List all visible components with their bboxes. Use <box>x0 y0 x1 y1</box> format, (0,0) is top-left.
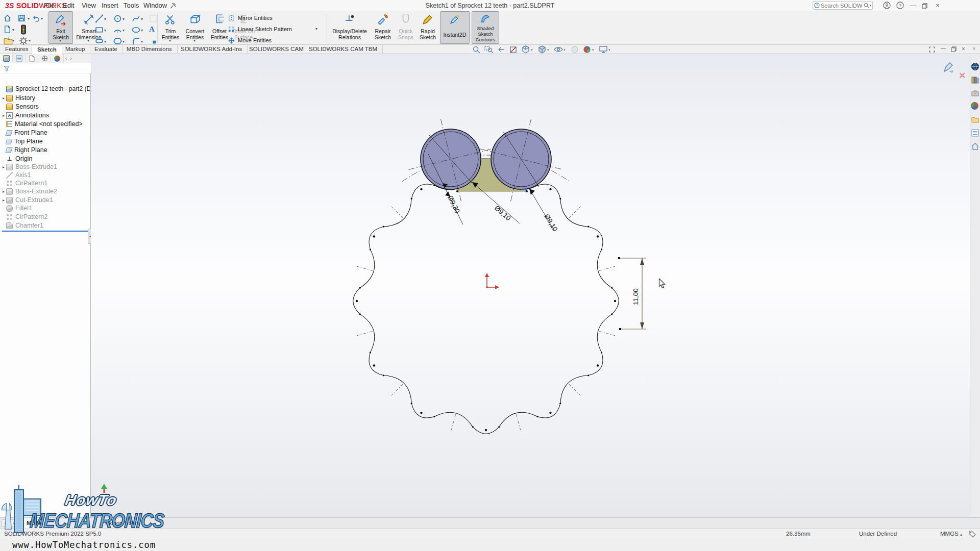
tree-item-origin[interactable]: ⊥Origin <box>1 155 90 163</box>
graphics-area[interactable]: Ø9,30 Ø9,10 Ø9,10 11,00 ✕ <box>91 54 970 517</box>
search-icon[interactable] <box>864 3 869 8</box>
tree-item-axis1[interactable]: Axis1 <box>1 171 90 179</box>
doc-restore-icon[interactable] <box>951 46 957 52</box>
toolbox-icon[interactable] <box>971 89 979 97</box>
tab-solidworks-addins[interactable]: SOLIDWORKS Add-Ins <box>176 45 248 54</box>
mirror-entities-button[interactable]: Mirror Entities <box>228 13 273 23</box>
tab-mbd-dimensions[interactable]: MBD Dimensions <box>121 45 178 54</box>
instant2d-button[interactable]: Instant2D <box>440 11 470 44</box>
save-dropdown-icon[interactable]: ▾ <box>28 16 30 21</box>
save-button[interactable] <box>17 14 26 22</box>
home-button[interactable] <box>3 14 12 22</box>
filter-funnel-icon[interactable] <box>3 65 10 72</box>
fullscreen-icon[interactable] <box>929 46 935 53</box>
restore-button[interactable] <box>922 3 927 9</box>
section-view-icon[interactable] <box>509 45 519 55</box>
search-input[interactable] <box>820 2 864 9</box>
tree-item-right-plane[interactable]: Right Plane <box>1 146 90 154</box>
dimension-label[interactable]: Ø9,30 <box>446 194 461 215</box>
ellipse-tool-icon[interactable] <box>132 26 140 34</box>
appearances-icon[interactable] <box>971 102 979 111</box>
rectangle-dropdown-icon[interactable]: ▾ <box>104 28 106 33</box>
tree-item-chamfer1[interactable]: Chamfer1 <box>1 221 90 230</box>
expand-arrow-icon[interactable]: ▸ <box>1 198 6 203</box>
model-tab[interactable]: Model <box>21 518 49 529</box>
tree-item-fillet1[interactable]: Fillet1 <box>1 204 90 212</box>
new-document-button[interactable] <box>3 25 12 34</box>
smart-dimension-dropdown-icon[interactable]: ▾ <box>87 38 89 43</box>
polygon-dropdown-icon[interactable]: ▾ <box>122 39 125 44</box>
apply-scene-icon[interactable] <box>582 45 593 55</box>
tab-solidworks-cam[interactable]: SOLIDWORKS CAM <box>244 45 309 54</box>
circle-dropdown-icon[interactable]: ▾ <box>122 17 125 21</box>
tree-item-boss-extrude1[interactable]: ▸Boss-Extrude1 <box>1 163 90 171</box>
convert-dropdown-icon[interactable]: ▾ <box>193 38 195 43</box>
units-dropdown-icon[interactable]: ▴ <box>960 532 962 537</box>
move-entities-button[interactable]: Move Entities <box>228 35 272 45</box>
linear-pattern-dropdown-icon[interactable]: ▾ <box>315 27 317 31</box>
tree-item-annotations[interactable]: ▸AAnnotations <box>1 111 90 119</box>
expand-arrow-icon[interactable]: ▸ <box>1 165 6 169</box>
display-style-icon[interactable] <box>537 45 548 55</box>
zoom-to-fit-icon[interactable] <box>472 45 482 55</box>
sketch-fillet-tool-icon[interactable] <box>132 37 140 45</box>
slot-dropdown-icon[interactable]: ▾ <box>104 39 106 44</box>
linear-sketch-pattern-button[interactable]: Linear Sketch Pattern <box>228 24 292 34</box>
tree-item-top-plane[interactable]: Top Plane <box>1 137 90 145</box>
expand-arrow-icon[interactable]: ▸ <box>1 189 6 194</box>
expand-arrow-icon[interactable]: ▸ <box>1 96 6 101</box>
selected-sketch-point[interactable] <box>524 188 527 190</box>
previous-view-icon[interactable] <box>497 45 507 55</box>
open-dropdown-icon[interactable]: ▾ <box>12 38 14 43</box>
arc-tool-icon[interactable] <box>113 26 122 34</box>
help-search-box[interactable]: ? ▾ <box>813 1 873 10</box>
tree-item-front-plane[interactable]: Front Plane <box>1 129 90 137</box>
file-explorer-icon[interactable] <box>971 115 979 124</box>
help-icon[interactable]: ? <box>896 2 904 9</box>
design-library-icon[interactable] <box>971 76 979 84</box>
polygon-tool-icon[interactable] <box>113 37 122 45</box>
tag-icon[interactable] <box>969 531 976 538</box>
ellipse-dropdown-icon[interactable]: ▾ <box>141 28 143 33</box>
options-dropdown-icon[interactable]: ▾ <box>29 38 31 43</box>
tree-item-cirpattern2[interactable]: CirPattern2 <box>1 213 90 221</box>
tab-markup[interactable]: Markup <box>60 45 90 54</box>
confirmation-corner-cancel-icon[interactable]: ✕ <box>959 70 966 81</box>
slot-tool-icon[interactable] <box>95 37 104 45</box>
tab-features[interactable]: Features <box>0 45 34 54</box>
expand-arrow-icon[interactable]: ▸ <box>1 113 6 118</box>
panel-tab-next-icon[interactable]: › <box>68 56 73 61</box>
confirmation-corner-exit-icon[interactable] <box>942 61 954 73</box>
tab-evaluate[interactable]: Evaluate <box>89 45 123 54</box>
tree-item-boss-extrude2[interactable]: ▸Boss-Extrude2 <box>1 187 90 195</box>
motion-study-tab[interactable]: Motion Study 1 <box>100 518 150 529</box>
scene-dropdown-icon[interactable]: ▾ <box>592 48 594 52</box>
tab-scroll-left-icon[interactable]: ◂ <box>2 519 9 527</box>
trim-dropdown-icon[interactable]: ▾ <box>169 38 171 43</box>
tree-item-history[interactable]: ▸History <box>1 94 90 102</box>
3dexperience-icon[interactable] <box>971 62 979 71</box>
text-tool-icon[interactable]: A <box>149 25 155 34</box>
spline-dropdown-icon[interactable]: ▾ <box>141 17 143 21</box>
view-orientation-dropdown-icon[interactable]: ▾ <box>531 48 533 52</box>
line-tool-icon[interactable] <box>95 14 104 23</box>
propertymanager-tab[interactable] <box>13 54 26 63</box>
options-gear-icon[interactable] <box>18 36 29 46</box>
circle-tool-icon[interactable] <box>113 14 122 23</box>
configuration-tab[interactable] <box>26 54 38 63</box>
dimension-label[interactable]: Ø9,10 <box>493 204 512 222</box>
undo-dropdown-icon[interactable]: ▾ <box>41 16 43 21</box>
display-style-dropdown-icon[interactable]: ▾ <box>547 48 549 52</box>
view-settings-icon[interactable] <box>599 45 609 55</box>
user-account-icon[interactable] <box>883 2 891 9</box>
featuremanager-tab[interactable] <box>0 54 13 63</box>
tree-item-sensors[interactable]: Sensors <box>1 103 90 111</box>
search-dropdown-icon[interactable]: ▾ <box>869 4 871 8</box>
view-orientation-icon[interactable] <box>521 45 531 55</box>
panel-tab-prev-icon[interactable]: ‹ <box>64 56 68 61</box>
repair-sketch-button[interactable]: Repair Sketch <box>372 12 394 43</box>
exit-sketch-dropdown-icon[interactable]: ▾ <box>59 38 61 43</box>
dimension-label[interactable]: Ø9,10 <box>543 213 559 233</box>
tab-sketch[interactable]: Sketch <box>32 45 62 54</box>
dimension-label[interactable]: 11,00 <box>632 288 640 305</box>
